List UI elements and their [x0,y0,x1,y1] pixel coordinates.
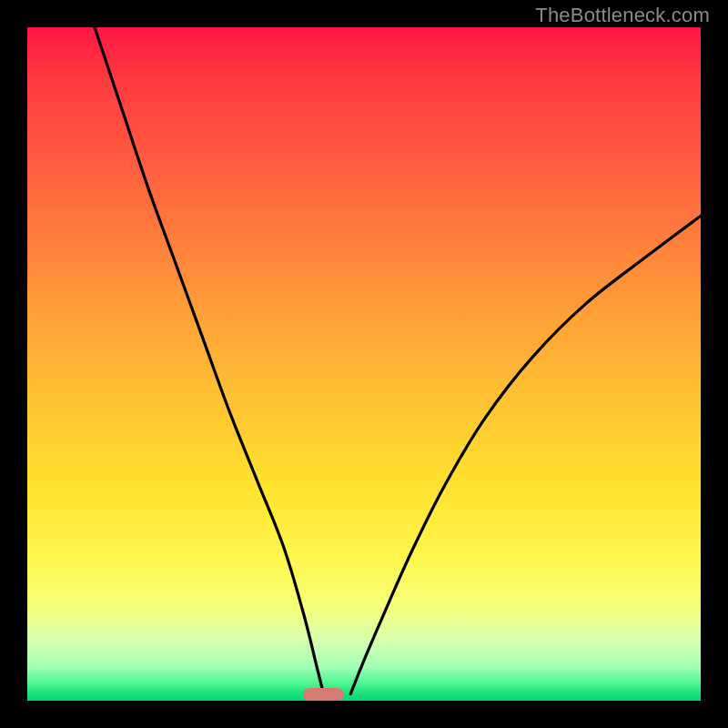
left-curve [95,27,324,694]
chart-frame: TheBottleneck.com [0,0,728,728]
plot-area [27,27,701,701]
bottleneck-marker [303,688,343,701]
curves-svg [27,27,701,701]
right-curve [350,216,701,693]
watermark-text: TheBottleneck.com [535,4,710,27]
